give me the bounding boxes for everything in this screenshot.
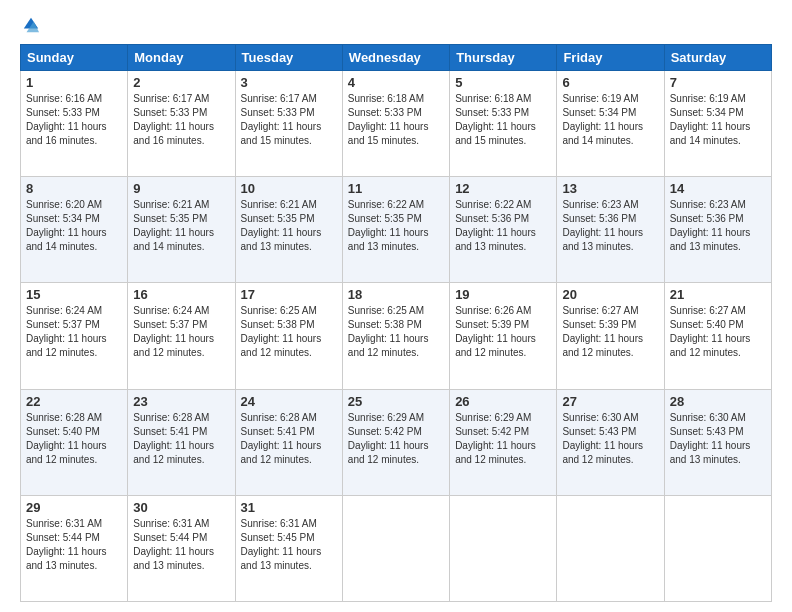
day-header-monday: Monday xyxy=(128,45,235,71)
day-info: Sunrise: 6:16 AMSunset: 5:33 PMDaylight:… xyxy=(26,92,122,148)
calendar-cell: 27Sunrise: 6:30 AMSunset: 5:43 PMDayligh… xyxy=(557,389,664,495)
calendar-cell: 25Sunrise: 6:29 AMSunset: 5:42 PMDayligh… xyxy=(342,389,449,495)
day-info: Sunrise: 6:22 AMSunset: 5:35 PMDaylight:… xyxy=(348,198,444,254)
day-info: Sunrise: 6:21 AMSunset: 5:35 PMDaylight:… xyxy=(133,198,229,254)
logo-icon xyxy=(22,16,40,34)
calendar-cell: 6Sunrise: 6:19 AMSunset: 5:34 PMDaylight… xyxy=(557,71,664,177)
calendar-cell: 16Sunrise: 6:24 AMSunset: 5:37 PMDayligh… xyxy=(128,283,235,389)
day-number: 26 xyxy=(455,394,551,409)
calendar-table: SundayMondayTuesdayWednesdayThursdayFrid… xyxy=(20,44,772,602)
calendar-cell: 10Sunrise: 6:21 AMSunset: 5:35 PMDayligh… xyxy=(235,177,342,283)
day-header-tuesday: Tuesday xyxy=(235,45,342,71)
day-header-saturday: Saturday xyxy=(664,45,771,71)
calendar-cell: 3Sunrise: 6:17 AMSunset: 5:33 PMDaylight… xyxy=(235,71,342,177)
logo xyxy=(20,16,40,34)
calendar-cell: 4Sunrise: 6:18 AMSunset: 5:33 PMDaylight… xyxy=(342,71,449,177)
day-info: Sunrise: 6:30 AMSunset: 5:43 PMDaylight:… xyxy=(670,411,766,467)
day-info: Sunrise: 6:27 AMSunset: 5:40 PMDaylight:… xyxy=(670,304,766,360)
day-number: 28 xyxy=(670,394,766,409)
day-number: 30 xyxy=(133,500,229,515)
day-number: 9 xyxy=(133,181,229,196)
day-info: Sunrise: 6:28 AMSunset: 5:41 PMDaylight:… xyxy=(133,411,229,467)
day-header-friday: Friday xyxy=(557,45,664,71)
day-number: 22 xyxy=(26,394,122,409)
calendar-cell: 7Sunrise: 6:19 AMSunset: 5:34 PMDaylight… xyxy=(664,71,771,177)
day-info: Sunrise: 6:19 AMSunset: 5:34 PMDaylight:… xyxy=(562,92,658,148)
calendar-cell: 13Sunrise: 6:23 AMSunset: 5:36 PMDayligh… xyxy=(557,177,664,283)
calendar-cell: 23Sunrise: 6:28 AMSunset: 5:41 PMDayligh… xyxy=(128,389,235,495)
calendar-cell: 19Sunrise: 6:26 AMSunset: 5:39 PMDayligh… xyxy=(450,283,557,389)
calendar-cell xyxy=(342,495,449,601)
day-info: Sunrise: 6:21 AMSunset: 5:35 PMDaylight:… xyxy=(241,198,337,254)
day-number: 1 xyxy=(26,75,122,90)
day-number: 15 xyxy=(26,287,122,302)
day-info: Sunrise: 6:28 AMSunset: 5:41 PMDaylight:… xyxy=(241,411,337,467)
day-info: Sunrise: 6:27 AMSunset: 5:39 PMDaylight:… xyxy=(562,304,658,360)
day-info: Sunrise: 6:26 AMSunset: 5:39 PMDaylight:… xyxy=(455,304,551,360)
day-info: Sunrise: 6:29 AMSunset: 5:42 PMDaylight:… xyxy=(348,411,444,467)
calendar-cell: 15Sunrise: 6:24 AMSunset: 5:37 PMDayligh… xyxy=(21,283,128,389)
calendar-week-row: 22Sunrise: 6:28 AMSunset: 5:40 PMDayligh… xyxy=(21,389,772,495)
calendar-cell: 29Sunrise: 6:31 AMSunset: 5:44 PMDayligh… xyxy=(21,495,128,601)
calendar-cell: 9Sunrise: 6:21 AMSunset: 5:35 PMDaylight… xyxy=(128,177,235,283)
day-number: 14 xyxy=(670,181,766,196)
day-number: 2 xyxy=(133,75,229,90)
calendar-cell: 26Sunrise: 6:29 AMSunset: 5:42 PMDayligh… xyxy=(450,389,557,495)
calendar-week-row: 1Sunrise: 6:16 AMSunset: 5:33 PMDaylight… xyxy=(21,71,772,177)
calendar-cell: 31Sunrise: 6:31 AMSunset: 5:45 PMDayligh… xyxy=(235,495,342,601)
day-info: Sunrise: 6:29 AMSunset: 5:42 PMDaylight:… xyxy=(455,411,551,467)
day-info: Sunrise: 6:23 AMSunset: 5:36 PMDaylight:… xyxy=(562,198,658,254)
header xyxy=(20,16,772,34)
calendar-cell xyxy=(557,495,664,601)
calendar-cell: 8Sunrise: 6:20 AMSunset: 5:34 PMDaylight… xyxy=(21,177,128,283)
calendar-week-row: 29Sunrise: 6:31 AMSunset: 5:44 PMDayligh… xyxy=(21,495,772,601)
day-info: Sunrise: 6:17 AMSunset: 5:33 PMDaylight:… xyxy=(133,92,229,148)
calendar-cell: 11Sunrise: 6:22 AMSunset: 5:35 PMDayligh… xyxy=(342,177,449,283)
day-number: 16 xyxy=(133,287,229,302)
calendar-cell: 2Sunrise: 6:17 AMSunset: 5:33 PMDaylight… xyxy=(128,71,235,177)
calendar-cell: 1Sunrise: 6:16 AMSunset: 5:33 PMDaylight… xyxy=(21,71,128,177)
day-info: Sunrise: 6:17 AMSunset: 5:33 PMDaylight:… xyxy=(241,92,337,148)
calendar-cell: 30Sunrise: 6:31 AMSunset: 5:44 PMDayligh… xyxy=(128,495,235,601)
day-number: 8 xyxy=(26,181,122,196)
day-number: 21 xyxy=(670,287,766,302)
day-number: 25 xyxy=(348,394,444,409)
day-info: Sunrise: 6:18 AMSunset: 5:33 PMDaylight:… xyxy=(455,92,551,148)
day-number: 31 xyxy=(241,500,337,515)
calendar-cell: 24Sunrise: 6:28 AMSunset: 5:41 PMDayligh… xyxy=(235,389,342,495)
calendar-cell: 18Sunrise: 6:25 AMSunset: 5:38 PMDayligh… xyxy=(342,283,449,389)
day-info: Sunrise: 6:24 AMSunset: 5:37 PMDaylight:… xyxy=(26,304,122,360)
day-number: 6 xyxy=(562,75,658,90)
calendar-cell xyxy=(450,495,557,601)
calendar-cell: 22Sunrise: 6:28 AMSunset: 5:40 PMDayligh… xyxy=(21,389,128,495)
calendar-cell: 17Sunrise: 6:25 AMSunset: 5:38 PMDayligh… xyxy=(235,283,342,389)
day-info: Sunrise: 6:25 AMSunset: 5:38 PMDaylight:… xyxy=(241,304,337,360)
calendar-cell: 5Sunrise: 6:18 AMSunset: 5:33 PMDaylight… xyxy=(450,71,557,177)
day-number: 19 xyxy=(455,287,551,302)
day-header-thursday: Thursday xyxy=(450,45,557,71)
day-info: Sunrise: 6:22 AMSunset: 5:36 PMDaylight:… xyxy=(455,198,551,254)
calendar-header-row: SundayMondayTuesdayWednesdayThursdayFrid… xyxy=(21,45,772,71)
day-number: 10 xyxy=(241,181,337,196)
day-info: Sunrise: 6:23 AMSunset: 5:36 PMDaylight:… xyxy=(670,198,766,254)
day-number: 24 xyxy=(241,394,337,409)
day-number: 27 xyxy=(562,394,658,409)
calendar-cell: 28Sunrise: 6:30 AMSunset: 5:43 PMDayligh… xyxy=(664,389,771,495)
day-info: Sunrise: 6:31 AMSunset: 5:45 PMDaylight:… xyxy=(241,517,337,573)
day-number: 11 xyxy=(348,181,444,196)
day-number: 7 xyxy=(670,75,766,90)
day-info: Sunrise: 6:30 AMSunset: 5:43 PMDaylight:… xyxy=(562,411,658,467)
calendar-cell: 12Sunrise: 6:22 AMSunset: 5:36 PMDayligh… xyxy=(450,177,557,283)
calendar-week-row: 15Sunrise: 6:24 AMSunset: 5:37 PMDayligh… xyxy=(21,283,772,389)
day-number: 29 xyxy=(26,500,122,515)
day-header-sunday: Sunday xyxy=(21,45,128,71)
day-number: 17 xyxy=(241,287,337,302)
calendar-cell: 21Sunrise: 6:27 AMSunset: 5:40 PMDayligh… xyxy=(664,283,771,389)
day-number: 18 xyxy=(348,287,444,302)
logo-text xyxy=(20,16,40,34)
day-header-wednesday: Wednesday xyxy=(342,45,449,71)
day-info: Sunrise: 6:25 AMSunset: 5:38 PMDaylight:… xyxy=(348,304,444,360)
day-info: Sunrise: 6:20 AMSunset: 5:34 PMDaylight:… xyxy=(26,198,122,254)
day-info: Sunrise: 6:31 AMSunset: 5:44 PMDaylight:… xyxy=(26,517,122,573)
page: SundayMondayTuesdayWednesdayThursdayFrid… xyxy=(0,0,792,612)
